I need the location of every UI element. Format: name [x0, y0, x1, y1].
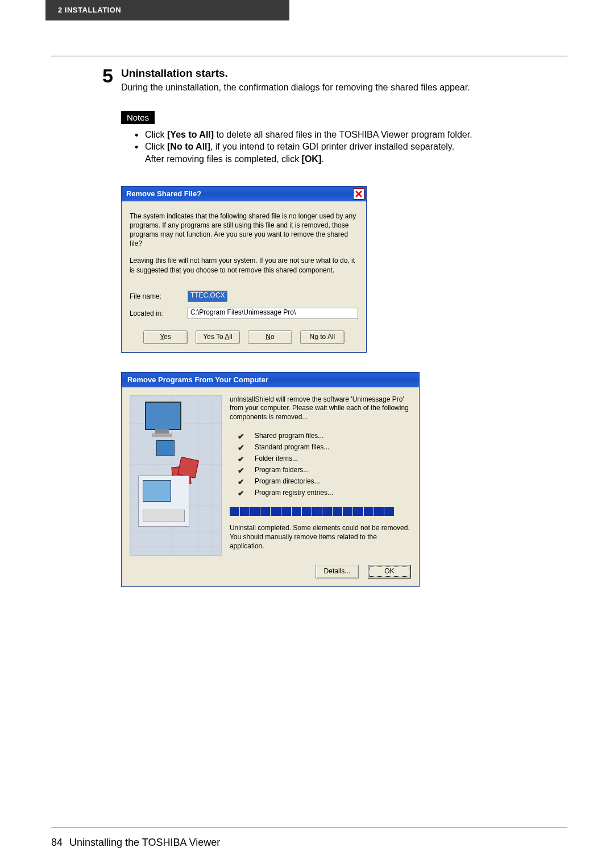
- component-item: Shared program files...: [238, 432, 411, 440]
- note-bold: [OK]: [302, 154, 322, 164]
- note-bold: [Yes to All]: [167, 130, 214, 139]
- component-item: Standard program files...: [238, 443, 411, 451]
- note-text: .: [321, 154, 323, 164]
- located-in-field[interactable]: C:\Program Files\Unimessage Pro\: [188, 308, 358, 319]
- note-text: After removing files is completed, click: [145, 154, 302, 164]
- dialog-title-text: Remove Programs From Your Computer: [127, 375, 268, 384]
- page-footer: 84Uninstalling the TOSHIBA Viewer: [51, 837, 220, 849]
- note-bold: [No to All]: [167, 142, 210, 151]
- yes-to-all-button[interactable]: Yes To All: [196, 330, 240, 344]
- filename-label: File name:: [130, 292, 188, 300]
- progress-bar: [230, 507, 395, 516]
- note-text: Click: [145, 142, 167, 151]
- note-text: Click: [145, 130, 167, 139]
- dialog-title-bar[interactable]: Remove Shared File?: [122, 187, 366, 201]
- ok-button[interactable]: OK: [368, 565, 411, 578]
- step-number: 5: [102, 66, 113, 85]
- dialog-title-bar[interactable]: Remove Programs From Your Computer: [122, 373, 419, 387]
- component-item: Program registry entries...: [238, 489, 411, 497]
- no-button[interactable]: No: [248, 330, 292, 344]
- close-button[interactable]: [353, 188, 364, 200]
- yes-button[interactable]: Yes: [143, 330, 188, 344]
- component-list: Shared program files... Standard program…: [238, 432, 411, 497]
- dialog-body-text: Leaving this file will not harm your sys…: [130, 256, 358, 274]
- footer-title: Uninstalling the TOSHIBA Viewer: [69, 837, 220, 848]
- details-button[interactable]: Details...: [316, 565, 359, 578]
- note-text: , if you intend to retain GDI printer dr…: [210, 142, 454, 151]
- dialog-body-text: The system indicates that the following …: [130, 212, 358, 249]
- notes-item: Click [Yes to All] to delete all shared …: [145, 129, 551, 141]
- page-number: 84: [51, 837, 63, 848]
- no-to-all-button[interactable]: No to All: [300, 330, 345, 344]
- remove-programs-dialog: Remove Programs From Your Computer: [121, 372, 420, 587]
- wizard-graphic: [130, 395, 222, 556]
- notes-badge: Notes: [121, 111, 155, 124]
- dialog-title-text: Remove Shared File?: [126, 189, 201, 198]
- status-text: Uninstall completed. Some elements could…: [230, 524, 411, 551]
- notes-list: Click [Yes to All] to delete all shared …: [121, 129, 551, 166]
- component-item: Folder items...: [238, 454, 411, 462]
- step-title: Uninstallation starts.: [121, 67, 551, 80]
- note-text: to delete all shared files in the TOSHIB…: [214, 130, 472, 139]
- close-icon: [355, 190, 363, 198]
- step-description: During the uninstallation, the confirmat…: [121, 82, 551, 94]
- divider-bottom: [51, 828, 567, 828]
- component-item: Program folders...: [238, 466, 411, 474]
- remove-shared-file-dialog: Remove Shared File? The system indicates…: [121, 186, 367, 353]
- notes-item: Click [No to All], if you intend to reta…: [145, 140, 551, 165]
- header-tab: 2 INSTALLATION: [45, 0, 289, 20]
- located-in-label: Located in:: [130, 309, 188, 317]
- component-item: Program directories...: [238, 477, 411, 485]
- uninstall-description: unInstallShield will remove the software…: [230, 395, 411, 422]
- divider-top: [51, 56, 567, 56]
- filename-field[interactable]: TTEC.OCX: [188, 291, 227, 302]
